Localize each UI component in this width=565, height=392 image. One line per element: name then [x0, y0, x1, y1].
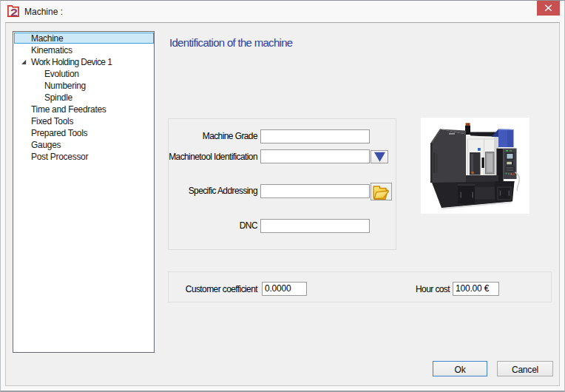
svg-text:2: 2 — [10, 6, 18, 17]
